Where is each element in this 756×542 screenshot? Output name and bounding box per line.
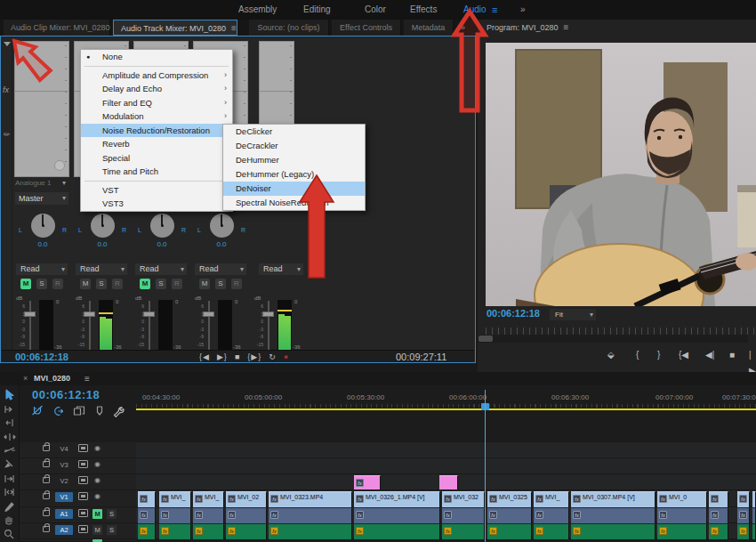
lock-icon[interactable] (43, 461, 50, 467)
menu-item-vst3[interactable]: VST3› (81, 197, 232, 211)
clip-mvi-[interactable]: fx (193, 524, 224, 539)
close-icon[interactable]: × (23, 372, 28, 385)
track-header-v3[interactable]: V3◉ (20, 458, 136, 474)
volume-fader-handle[interactable] (84, 311, 95, 317)
tab-audio-track-mixer[interactable]: Audio Track Mixer: MVI_0280≡ (113, 20, 237, 36)
clip-mvi-0[interactable]: fxMVI_0 (657, 491, 707, 507)
sync-lock-icon[interactable] (78, 460, 88, 468)
timeline-timecode[interactable]: 00:06:12:18 (32, 388, 100, 401)
clip[interactable] (752, 491, 756, 507)
clip-mvi-0326-1-mp4-v-[interactable]: fx (354, 508, 440, 523)
workspace-tab-audio[interactable]: Audio (463, 0, 487, 20)
zoom-tool[interactable] (3, 528, 17, 540)
clip-mvi-0307-mp4-v-[interactable]: fx (571, 524, 655, 539)
clip-mvi-[interactable]: fx (159, 508, 191, 523)
lock-icon[interactable] (43, 493, 50, 499)
workspace-tab-effects[interactable]: Effects (410, 0, 437, 20)
mute-button[interactable]: M (92, 525, 102, 535)
record-arm-button[interactable]: R (112, 279, 123, 289)
clip-mvi-0[interactable]: fx (657, 524, 707, 539)
solo-button[interactable]: S (215, 279, 226, 289)
slide-tool[interactable] (3, 486, 17, 498)
toggle-output-eye-icon[interactable]: ◉ (94, 460, 103, 468)
track-name-a2[interactable]: A2 (55, 525, 73, 535)
clip-mvi-02[interactable]: fx (226, 524, 267, 539)
timeline-tab[interactable]: MVI_0280 (34, 372, 70, 385)
track-name-v4[interactable]: V4 (55, 444, 73, 454)
clip-mvi-[interactable]: fx (534, 524, 569, 539)
clip[interactable]: fx (354, 475, 381, 489)
clip-mvi-[interactable]: fx (193, 508, 224, 523)
pen-tool[interactable] (3, 500, 17, 513)
clip-mvi-[interactable]: fxMVI_ (159, 491, 191, 507)
track-lane-v4[interactable] (136, 442, 756, 458)
clip[interactable]: fx (709, 508, 728, 523)
lock-icon[interactable] (43, 445, 50, 451)
menu-item-noise-reduction-restoration[interactable]: Noise Reduction/Restoration› (81, 124, 232, 138)
hand-tool[interactable] (3, 514, 17, 526)
menu-item-special[interactable]: Special› (81, 151, 232, 166)
clip-mvi-0325[interactable]: fx (487, 524, 532, 539)
clip-mvi-[interactable]: fxMVI_ (193, 491, 224, 507)
play-stop-icon[interactable]: ■ (729, 347, 735, 363)
pan-knob[interactable] (91, 214, 115, 238)
stop-icon[interactable]: ■ (235, 352, 240, 361)
volume-fader-handle[interactable] (24, 311, 36, 317)
clip-mvi-02[interactable]: fxMVI_02 (226, 491, 267, 507)
zoom-level-select[interactable]: Fit ▾ (550, 309, 596, 320)
toggle-output-eye-icon[interactable]: ◉ (94, 476, 103, 484)
program-scrollbar[interactable] (478, 335, 748, 343)
workspace-overflow-icon[interactable]: » (520, 0, 526, 20)
fx-insert-rack[interactable] (14, 41, 69, 177)
clip[interactable] (752, 524, 756, 539)
solo-button[interactable]: S (107, 509, 117, 519)
sync-lock-icon[interactable] (78, 509, 88, 517)
automation-mode-select[interactable]: Read▾ (76, 263, 127, 275)
lock-icon[interactable] (43, 526, 50, 532)
menu-item-modulation[interactable]: Modulation› (81, 109, 232, 124)
go-to-out-icon[interactable]: ▶} (217, 352, 228, 361)
input-select[interactable]: Analogue 1▾ (15, 177, 68, 189)
sync-lock-icon[interactable] (78, 476, 88, 484)
automation-mode-select[interactable]: Read▾ (195, 263, 246, 275)
clip[interactable]: fx (138, 524, 156, 539)
track-name-v2[interactable]: V2 (55, 476, 73, 486)
tab-audio-clip-mixer[interactable]: Audio Clip Mixer: MVI_0280 (4, 20, 110, 36)
nest-icon[interactable] (72, 405, 86, 417)
clip-mvi-0326-1-mp4-v-[interactable]: fxMVI_0326_1.MP4 [V] (354, 491, 440, 507)
scrollbar-thumb[interactable] (479, 336, 493, 342)
clip[interactable]: fx (737, 524, 750, 539)
solo-button[interactable]: S (96, 279, 107, 289)
record-arm-button[interactable]: R (52, 279, 63, 289)
mute-button[interactable]: M (92, 509, 102, 519)
clip[interactable]: fx (709, 524, 728, 539)
workspace-tab-color[interactable]: Color (365, 0, 386, 20)
pan-knob[interactable] (31, 214, 55, 238)
step-back-icon[interactable]: ◀| (705, 347, 714, 363)
timeline-ruler[interactable]: 00:04:30:0000:05:00:0000:05:30:0000:06:0… (136, 390, 756, 408)
tab-program[interactable]: Program: MVI_0280≡ (478, 20, 756, 36)
sends-section-icon[interactable]: ✎ (2, 129, 12, 140)
clip-mvi-032[interactable]: fx (442, 524, 485, 539)
clip-mvi-[interactable]: fx (534, 508, 569, 523)
razor-tool[interactable] (3, 458, 17, 471)
rate-stretch-tool[interactable] (3, 444, 17, 457)
track-name-v1[interactable]: V1 (55, 492, 73, 502)
menu-item-reverb[interactable]: Reverb› (81, 137, 232, 151)
workspace-tab-editing[interactable]: Editing (303, 0, 331, 20)
track-lane-v3[interactable] (136, 458, 756, 474)
clip-mvi-0325[interactable]: fxMVI_0325 (487, 491, 532, 507)
go-to-in-icon[interactable]: {◀ (199, 352, 210, 361)
solo-button[interactable]: S (156, 279, 166, 289)
linked-selection-icon[interactable] (51, 405, 65, 417)
selection-tool[interactable] (3, 389, 17, 401)
clip[interactable]: fx (709, 491, 728, 507)
menu-item-none[interactable]: None● (81, 50, 232, 64)
mute-button[interactable]: M (80, 279, 91, 289)
clip-mvi-02[interactable]: fx (226, 508, 267, 523)
submenu-item-denoiser[interactable]: DeNoiser (223, 182, 365, 196)
tab-effect-controls[interactable]: Effect Controls (332, 20, 401, 36)
submenu-item-dehummer-legacy-[interactable]: DeHummer (Legacy) (223, 167, 365, 182)
volume-fader-handle[interactable] (143, 311, 155, 317)
clip-mvi-0323-mp4[interactable]: fx (269, 524, 352, 539)
